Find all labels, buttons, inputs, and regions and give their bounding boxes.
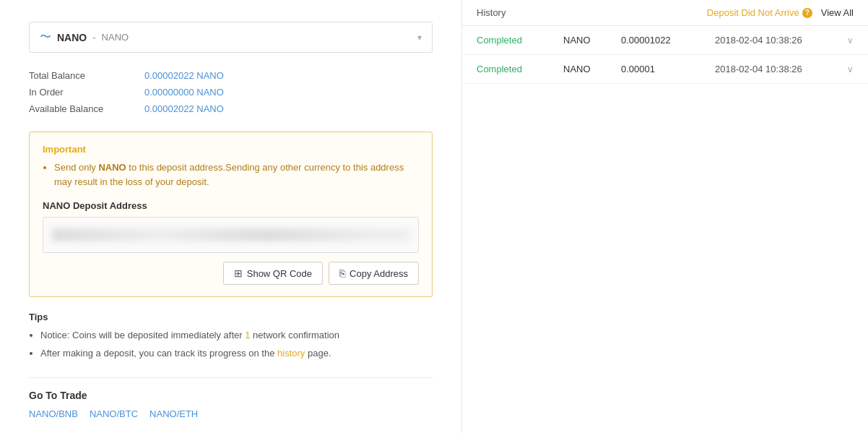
available-balance-label: Available Balance	[29, 103, 144, 114]
history-header: History Deposit Did Not Arrive ? View Al…	[462, 0, 868, 26]
copy-address-label: Copy Address	[350, 268, 408, 279]
left-panel: 〜 NANO - NANO ▾ Total Balance 0.00002022…	[0, 0, 462, 433]
tips-section: Tips Notice: Coins will be deposited imm…	[29, 312, 433, 360]
currency-name: NANO	[57, 32, 87, 43]
address-box	[43, 217, 419, 253]
row1-coin: NANO	[563, 35, 621, 46]
total-balance-value: 0.00002022 NANO	[144, 70, 224, 81]
row1-amount: 0.00001022	[621, 35, 715, 46]
tip2-suffix: page.	[305, 348, 331, 359]
tip-2: After making a deposit, you can track it…	[40, 346, 433, 361]
available-balance-row: Available Balance 0.00002022 NANO	[29, 100, 433, 117]
row2-coin: NANO	[563, 64, 621, 74]
trade-links: NANO/BNB NANO/BTC NANO/ETH	[29, 408, 433, 419]
view-all-link[interactable]: View All	[821, 7, 854, 18]
tip1-suffix: network confirmation	[250, 330, 339, 340]
in-order-value: 0.00000000 NANO	[144, 87, 224, 98]
available-balance-value: 0.00002022 NANO	[144, 103, 224, 114]
copy-icon: ⎘	[339, 267, 345, 279]
tips-title: Tips	[29, 312, 433, 322]
address-buttons: ⊞ Show QR Code ⎘ Copy Address	[43, 262, 419, 285]
tip2-history-link[interactable]: history	[277, 348, 305, 359]
currency-full-name: NANO	[102, 32, 129, 43]
row1-expand-icon[interactable]: ∨	[825, 35, 854, 46]
right-panel: History Deposit Did Not Arrive ? View Al…	[462, 0, 868, 433]
qr-icon: ⊞	[234, 267, 243, 279]
dropdown-arrow-icon: ▾	[417, 33, 422, 43]
in-order-row: In Order 0.00000000 NANO	[29, 84, 433, 100]
important-title: Important	[43, 144, 419, 155]
in-order-label: In Order	[29, 87, 144, 98]
row1-status: Completed	[477, 35, 563, 46]
deposit-not-arrive-link[interactable]: Deposit Did Not Arrive ?	[707, 7, 812, 18]
currency-icon: 〜	[40, 30, 51, 45]
total-balance-label: Total Balance	[29, 70, 144, 81]
row1-timestamp: 2018-02-04 10:38:26	[715, 35, 825, 46]
deposit-not-arrive-text: Deposit Did Not Arrive	[707, 7, 799, 18]
show-qr-button[interactable]: ⊞ Show QR Code	[223, 262, 323, 285]
currency-separator: -	[92, 32, 95, 43]
history-title: History	[477, 7, 505, 18]
history-header-right: Deposit Did Not Arrive ? View All	[707, 7, 854, 18]
important-warning-item: Send only NANO to this deposit address.S…	[54, 160, 419, 189]
important-warning-list: Send only NANO to this deposit address.S…	[43, 160, 419, 189]
address-blur	[52, 228, 409, 241]
go-to-trade-section: Go To Trade NANO/BNB NANO/BTC NANO/ETH	[29, 390, 433, 419]
show-qr-label: Show QR Code	[247, 268, 312, 279]
total-balance-row: Total Balance 0.00002022 NANO	[29, 67, 433, 84]
tip2-prefix: After making a deposit, you can track it…	[40, 348, 277, 359]
tip1-prefix: Notice: Coins will be deposited immediat…	[40, 330, 245, 340]
balance-section: Total Balance 0.00002022 NANO In Order 0…	[29, 67, 433, 117]
copy-address-button[interactable]: ⎘ Copy Address	[329, 262, 419, 285]
go-to-trade-title: Go To Trade	[29, 390, 433, 401]
row2-expand-icon[interactable]: ∨	[825, 64, 854, 74]
trade-link-bnb[interactable]: NANO/BNB	[29, 408, 78, 419]
tip-1: Notice: Coins will be deposited immediat…	[40, 328, 433, 343]
row2-amount: 0.00001	[621, 64, 715, 74]
question-icon: ?	[802, 8, 812, 18]
tips-list: Notice: Coins will be deposited immediat…	[29, 328, 433, 360]
trade-link-btc[interactable]: NANO/BTC	[90, 408, 138, 419]
important-box: Important Send only NANO to this deposit…	[29, 132, 433, 297]
row2-timestamp: 2018-02-04 10:38:26	[715, 64, 825, 74]
history-row: Completed NANO 0.00001022 2018-02-04 10:…	[462, 26, 868, 55]
currency-selector-left: 〜 NANO - NANO	[40, 30, 129, 45]
divider	[29, 377, 433, 378]
deposit-address-label: NANO Deposit Address	[43, 200, 419, 211]
history-table: Completed NANO 0.00001022 2018-02-04 10:…	[462, 26, 868, 84]
currency-selector[interactable]: 〜 NANO - NANO ▾	[29, 22, 433, 53]
trade-link-eth[interactable]: NANO/ETH	[149, 408, 198, 419]
history-row: Completed NANO 0.00001 2018-02-04 10:38:…	[462, 55, 868, 84]
row2-status: Completed	[477, 64, 563, 74]
